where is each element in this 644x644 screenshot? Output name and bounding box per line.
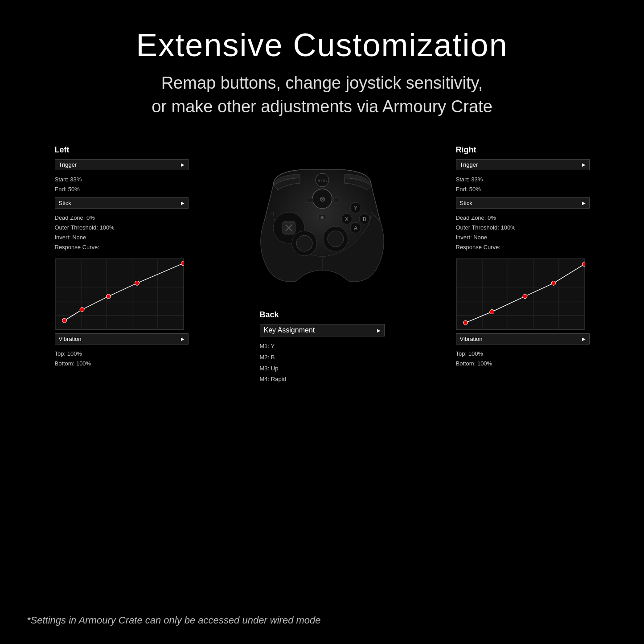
footer-note: *Settings in Armoury Crate can only be a… xyxy=(27,615,321,626)
left-vibration-row[interactable]: Vibration ▶ xyxy=(55,333,189,345)
left-vibration-info: Top: 100% Bottom: 100% xyxy=(55,346,189,371)
main-title: Extensive Customization xyxy=(136,27,508,63)
right-stick-arrow: ▶ xyxy=(582,201,586,205)
svg-point-20 xyxy=(328,231,344,247)
left-invert: Invert: None xyxy=(55,233,189,242)
left-vib-top: Top: 100% xyxy=(55,349,189,359)
svg-point-11 xyxy=(106,294,111,299)
svg-text:A: A xyxy=(353,225,357,231)
right-trigger-row[interactable]: Trigger ▶ xyxy=(456,159,590,170)
left-stick-label: Stick xyxy=(59,200,71,206)
left-panel-title: Left xyxy=(55,145,189,155)
left-trigger-end: End: 50% xyxy=(55,185,189,194)
left-chart-svg xyxy=(55,258,184,330)
controller-section: Left Trigger ▶ Start: 33% End: 50% Stick… xyxy=(55,145,590,626)
back-m4: M4: Rapid xyxy=(260,374,385,385)
right-stick-row[interactable]: Stick ▶ xyxy=(456,197,590,209)
back-key-info: M1: Y M2: B M3: Up M4: Rapid xyxy=(260,338,385,388)
svg-rect-35 xyxy=(307,198,313,202)
back-m2: M2: B xyxy=(260,352,385,363)
right-chart-svg xyxy=(456,258,585,330)
svg-point-50 xyxy=(522,294,527,299)
svg-point-49 xyxy=(489,310,494,314)
back-panel-title: Back xyxy=(260,310,385,320)
svg-text:ROG: ROG xyxy=(317,179,327,183)
right-outer-threshold: Outer Threshold: 100% xyxy=(456,223,590,233)
left-vibration-arrow: ▶ xyxy=(181,336,185,341)
svg-point-22 xyxy=(296,235,312,251)
svg-point-13 xyxy=(181,261,184,266)
page-wrapper: Extensive Customization Remap buttons, c… xyxy=(0,0,644,644)
svg-point-51 xyxy=(551,281,556,285)
right-vibration-row[interactable]: Vibration ▶ xyxy=(456,333,590,345)
svg-text:⊗: ⊗ xyxy=(319,195,325,203)
right-dead-zone: Dead Zone: 0% xyxy=(456,213,590,223)
left-panel: Left Trigger ▶ Start: 33% End: 50% Stick… xyxy=(55,145,189,371)
controller-svg: Y B X A ⊗ ROG xyxy=(238,145,407,306)
back-key-assignment-row[interactable]: Key Assignment ▶ xyxy=(260,324,385,336)
back-m1: M1: Y xyxy=(260,341,385,352)
right-trigger-end: End: 50% xyxy=(456,185,590,194)
right-trigger-arrow: ▶ xyxy=(582,162,586,167)
back-m3: M3: Up xyxy=(260,363,385,374)
left-response-curve-chart xyxy=(55,258,184,330)
left-trigger-info: Start: 33% End: 50% xyxy=(55,172,189,197)
back-key-assignment-arrow: ▶ xyxy=(377,328,381,333)
right-stick-info: Dead Zone: 0% Outer Threshold: 100% Inve… xyxy=(456,210,590,255)
right-panel: Right Trigger ▶ Start: 33% End: 50% Stic… xyxy=(456,145,590,371)
svg-rect-0 xyxy=(55,259,183,329)
back-key-assignment-label: Key Assignment xyxy=(264,326,315,334)
left-trigger-row[interactable]: Trigger ▶ xyxy=(55,159,189,170)
left-trigger-label: Trigger xyxy=(59,161,77,168)
left-response-curve-label: Response Curve: xyxy=(55,242,189,252)
subtitle: Remap buttons, change joystick sensitivi… xyxy=(152,71,492,119)
right-response-curve-chart xyxy=(456,258,585,330)
svg-text:▣: ▣ xyxy=(320,215,324,219)
right-trigger-start: Start: 33% xyxy=(456,175,590,185)
left-stick-row[interactable]: Stick ▶ xyxy=(55,197,189,209)
right-vib-top: Top: 100% xyxy=(456,349,590,359)
right-vibration-info: Top: 100% Bottom: 100% xyxy=(456,346,590,371)
center-section: Y B X A ⊗ ROG xyxy=(197,145,447,388)
left-trigger-start: Start: 33% xyxy=(55,175,189,185)
left-vibration-label: Vibration xyxy=(59,336,82,342)
svg-point-12 xyxy=(135,281,139,285)
left-stick-arrow: ▶ xyxy=(181,201,185,205)
svg-text:B: B xyxy=(362,216,366,222)
svg-point-10 xyxy=(80,308,84,312)
left-vib-bottom: Bottom: 100% xyxy=(55,359,189,369)
right-trigger-info: Start: 33% End: 50% xyxy=(456,172,590,197)
back-panel: Back Key Assignment ▶ M1: Y M2: B M3: Up… xyxy=(260,310,385,388)
left-outer-threshold: Outer Threshold: 100% xyxy=(55,223,189,233)
right-panel-title: Right xyxy=(456,145,590,155)
right-vibration-arrow: ▶ xyxy=(582,336,586,341)
right-vib-bottom: Bottom: 100% xyxy=(456,359,590,369)
svg-point-52 xyxy=(582,262,585,267)
left-stick-info: Dead Zone: 0% Outer Threshold: 100% Inve… xyxy=(55,210,189,255)
svg-text:Y: Y xyxy=(353,205,357,211)
svg-point-9 xyxy=(62,318,66,323)
svg-rect-36 xyxy=(333,198,340,202)
right-stick-label: Stick xyxy=(460,200,472,206)
right-response-curve-label: Response Curve: xyxy=(456,242,590,252)
right-vibration-label: Vibration xyxy=(460,336,483,342)
left-trigger-arrow: ▶ xyxy=(181,162,185,167)
left-dead-zone: Dead Zone: 0% xyxy=(55,213,189,223)
right-trigger-label: Trigger xyxy=(460,161,478,168)
svg-point-48 xyxy=(463,320,468,325)
controller-image: Y B X A ⊗ ROG xyxy=(238,145,407,306)
svg-text:X: X xyxy=(345,216,348,222)
right-invert: Invert: None xyxy=(456,233,590,242)
